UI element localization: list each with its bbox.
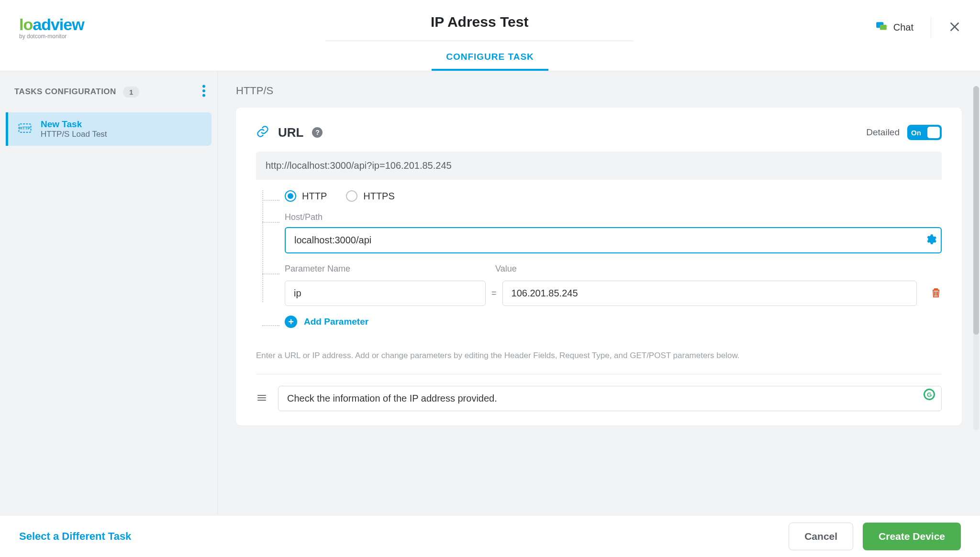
svg-point-2 xyxy=(202,85,205,88)
param-value-label: Value xyxy=(495,264,942,274)
sidebar-head: TASKS CONFIGURATION 1 xyxy=(0,71,217,112)
tab-configure-task[interactable]: CONFIGURE TASK xyxy=(432,43,548,71)
add-parameter-label: Add Parameter xyxy=(304,317,368,327)
reorder-handle[interactable] xyxy=(256,392,267,405)
header: loadview by dotcom-monitor IP Adress Tes… xyxy=(0,0,980,43)
note-row: G xyxy=(256,386,942,411)
hostpath-label: Host/Path xyxy=(285,212,942,222)
sidebar: TASKS CONFIGURATION 1 HTTP New Task HTTP… xyxy=(0,71,218,515)
close-icon xyxy=(948,21,961,33)
select-different-task-link[interactable]: Select a Different Task xyxy=(19,530,131,543)
url-label: URL xyxy=(278,125,303,140)
param-value-input[interactable] xyxy=(502,281,917,306)
scrollbar[interactable] xyxy=(973,86,979,430)
hostpath-input-wrap xyxy=(285,227,942,253)
hostpath-row: Host/Path xyxy=(266,212,942,253)
hostpath-settings-button[interactable] xyxy=(924,233,937,248)
equals-sign: = xyxy=(490,288,498,298)
svg-rect-1 xyxy=(880,25,887,30)
note-input[interactable] xyxy=(278,386,942,411)
title-underline: IP Adress Test xyxy=(325,14,634,41)
add-parameter-button[interactable]: + Add Parameter xyxy=(285,316,368,328)
url-help-button[interactable]: ? xyxy=(312,127,323,138)
param-row: Parameter Name Value = xyxy=(266,264,942,306)
toggle-knob xyxy=(927,127,940,138)
page-title: IP Adress Test xyxy=(431,14,529,30)
gear-icon xyxy=(924,233,937,246)
close-button[interactable] xyxy=(948,21,961,35)
toggle-state-label: On xyxy=(911,129,921,137)
radio-icon xyxy=(346,190,357,202)
plus-icon: + xyxy=(285,316,297,328)
footer: Select a Different Task Cancel Create De… xyxy=(0,515,980,557)
sidebar-title: TASKS CONFIGURATION xyxy=(14,87,116,97)
detailed-toggle[interactable]: On xyxy=(907,125,942,140)
create-device-button[interactable]: Create Device xyxy=(863,523,961,550)
header-separator xyxy=(931,17,931,38)
divider xyxy=(256,374,942,374)
link-icon xyxy=(256,125,269,140)
sidebar-head-left: TASKS CONFIGURATION 1 xyxy=(14,87,139,98)
svg-text:HTTP: HTTP xyxy=(20,126,31,131)
body: TASKS CONFIGURATION 1 HTTP New Task HTTP… xyxy=(0,71,980,515)
url-card-head-right: Detailed On xyxy=(866,125,942,140)
logo: loadview by dotcom-monitor xyxy=(19,15,84,40)
footer-right: Cancel Create Device xyxy=(789,523,961,550)
logo-part-lo: lo xyxy=(19,15,33,33)
task-text: New Task HTTP/S Load Test xyxy=(41,119,107,139)
scrollbar-thumb[interactable] xyxy=(973,86,979,335)
chat-button[interactable]: Chat xyxy=(875,20,913,35)
protocol-http-radio[interactable]: HTTP xyxy=(285,190,327,202)
title-wrap: IP Adress Test xyxy=(84,14,875,41)
param-name-label: Parameter Name xyxy=(285,264,486,274)
url-preview: http://localhost:3000/api?ip=106.201.85.… xyxy=(256,152,942,180)
logo-part-adview: adview xyxy=(33,15,84,33)
drag-icon xyxy=(256,392,267,404)
kebab-icon xyxy=(202,85,206,97)
main: HTTP/S URL ? Detailed On h xyxy=(218,71,980,515)
param-name-input[interactable] xyxy=(285,281,486,306)
logo-text: loadview xyxy=(19,15,84,34)
url-card: URL ? Detailed On http://localhost:3000/… xyxy=(236,108,962,426)
url-card-head-left: URL ? xyxy=(256,125,323,140)
header-right: Chat xyxy=(875,17,961,38)
url-hint: Enter a URL or IP address. Add or change… xyxy=(256,351,942,360)
http-icon: HTTP xyxy=(18,121,32,137)
detailed-label: Detailed xyxy=(866,127,900,138)
tabbar: CONFIGURE TASK xyxy=(0,43,980,71)
task-item-new-task[interactable]: HTTP New Task HTTP/S Load Test xyxy=(6,112,212,146)
protocol-http-label: HTTP xyxy=(302,191,327,202)
url-tree: HTTP HTTPS Host/Path xyxy=(256,190,942,328)
task-count-badge: 1 xyxy=(123,87,139,98)
radio-icon xyxy=(285,190,296,202)
logo-subtitle: by dotcom-monitor xyxy=(19,33,84,40)
param-delete-button[interactable] xyxy=(930,286,942,301)
task-sub: HTTP/S Load Test xyxy=(41,130,107,139)
svg-point-4 xyxy=(202,94,205,97)
add-param-row: + Add Parameter xyxy=(266,316,942,328)
protocol-row: HTTP HTTPS xyxy=(266,190,942,202)
url-card-head: URL ? Detailed On xyxy=(256,125,942,140)
chat-label: Chat xyxy=(893,22,913,33)
protocol-https-radio[interactable]: HTTPS xyxy=(346,190,395,202)
task-name: New Task xyxy=(41,119,107,130)
protocol-https-label: HTTPS xyxy=(363,191,395,202)
trash-icon xyxy=(930,286,942,299)
hostpath-input[interactable] xyxy=(285,227,942,253)
tree-line xyxy=(262,190,263,302)
param-head: Parameter Name Value xyxy=(285,264,942,279)
cancel-button[interactable]: Cancel xyxy=(789,523,853,550)
param-row-0: = xyxy=(285,281,942,306)
sidebar-menu-button[interactable] xyxy=(200,83,208,101)
section-title: HTTP/S xyxy=(236,85,962,97)
svg-point-3 xyxy=(202,89,205,92)
chat-icon xyxy=(875,20,888,35)
